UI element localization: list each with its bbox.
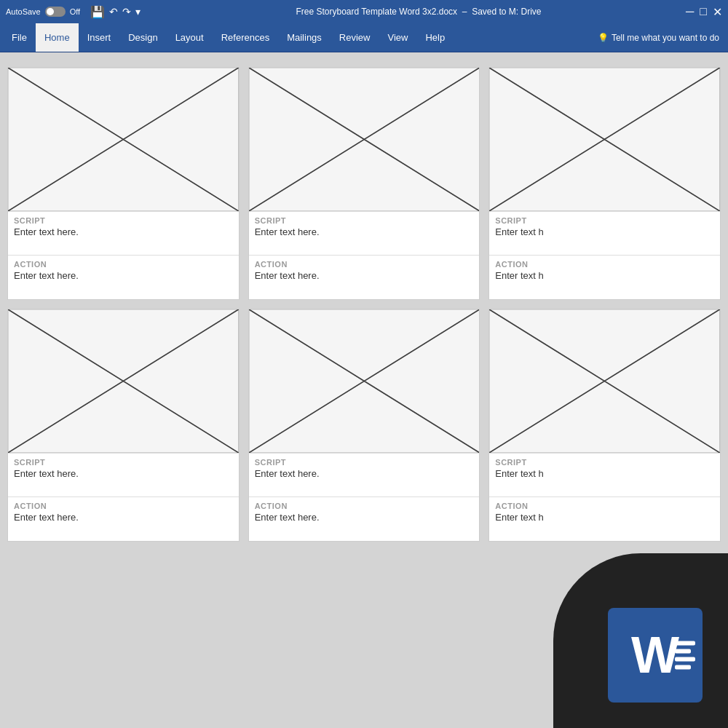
action-text-1-2[interactable]: Enter text here. — [255, 270, 474, 281]
storyboard-card-2-1: SCRIPT Enter text here. ACTION Enter tex… — [7, 309, 240, 542]
script-label-2-1: SCRIPT — [14, 458, 233, 467]
action-text-1-1[interactable]: Enter text here. — [14, 270, 233, 281]
storyboard-image-2-2 — [249, 309, 480, 454]
script-text-2-3[interactable]: Enter text h — [495, 468, 714, 479]
action-label-1-3: ACTION — [495, 260, 714, 269]
tab-review[interactable]: Review — [331, 23, 379, 52]
title-bar-left: AutoSave Off 💾 ↶ ↷ ▾ — [6, 5, 151, 19]
storyboard-card-1-3: SCRIPT Enter text h ACTION Enter text h — [488, 67, 721, 300]
tab-home[interactable]: Home — [36, 23, 79, 52]
tab-design[interactable]: Design — [119, 23, 166, 52]
ribbon: File Home Insert Design Layout Reference… — [0, 23, 728, 52]
tab-insert[interactable]: Insert — [79, 23, 120, 52]
script-text-1-2[interactable]: Enter text here. — [255, 226, 474, 237]
close-icon[interactable]: ✕ — [713, 5, 722, 19]
document-title: Free Storyboard Template Word 3x2.docx –… — [296, 7, 541, 17]
storyboard-card-2-3: SCRIPT Enter text h ACTION Enter text h — [488, 309, 721, 542]
word-line-4 — [675, 665, 691, 670]
word-lines-decoration — [675, 641, 695, 670]
action-section-1-2[interactable]: ACTION Enter text here. — [249, 256, 480, 299]
storyboard-card-2-2: SCRIPT Enter text here. ACTION Enter tex… — [248, 309, 480, 542]
script-label-2-3: SCRIPT — [495, 458, 714, 467]
word-logo: W — [608, 608, 703, 703]
script-text-1-1[interactable]: Enter text here. — [14, 226, 233, 237]
customize-icon[interactable]: ▾ — [135, 6, 141, 17]
storyboard-card-1-1: SCRIPT Enter text here. ACTION Enter tex… — [7, 67, 240, 300]
maximize-icon[interactable]: □ — [700, 5, 707, 18]
script-section-2-2[interactable]: SCRIPT Enter text here. — [249, 454, 480, 497]
save-icon[interactable]: 💾 — [90, 5, 105, 19]
storyboard-row-1: SCRIPT Enter text here. ACTION Enter tex… — [7, 67, 721, 300]
search-hint[interactable]: Tell me what you want to do — [612, 33, 719, 43]
tab-mailings[interactable]: Mailings — [278, 23, 331, 52]
word-logo-overlay: W — [553, 553, 728, 728]
tab-help[interactable]: Help — [416, 23, 454, 52]
storyboard-card-1-2: SCRIPT Enter text here. ACTION Enter tex… — [248, 67, 480, 300]
ribbon-search: 💡 Tell me what you want to do — [598, 33, 725, 43]
storyboard-row-2: SCRIPT Enter text here. ACTION Enter tex… — [7, 309, 721, 542]
storyboard-image-2-1 — [8, 309, 239, 454]
title-bar-center: Free Storyboard Template Word 3x2.docx –… — [151, 7, 686, 17]
action-section-2-3[interactable]: ACTION Enter text h — [489, 497, 720, 541]
script-section-2-1[interactable]: SCRIPT Enter text here. — [8, 454, 239, 497]
action-label-1-2: ACTION — [255, 260, 474, 269]
action-section-1-3[interactable]: ACTION Enter text h — [489, 256, 720, 299]
script-label-1-3: SCRIPT — [495, 216, 714, 225]
storyboard-image-1-1 — [8, 68, 239, 212]
word-line-2 — [675, 649, 691, 654]
tab-view[interactable]: View — [379, 23, 416, 52]
script-section-1-3[interactable]: SCRIPT Enter text h — [489, 212, 720, 256]
minimize-icon[interactable]: ─ — [686, 5, 694, 18]
storyboard-image-2-3 — [489, 309, 720, 454]
word-letter: W — [631, 630, 679, 681]
script-section-1-1[interactable]: SCRIPT Enter text here. — [8, 212, 239, 256]
script-text-2-2[interactable]: Enter text here. — [255, 468, 474, 479]
action-section-2-2[interactable]: ACTION Enter text here. — [249, 497, 480, 541]
word-line-1 — [675, 641, 695, 646]
storyboard-image-1-2 — [249, 68, 480, 212]
script-label-1-2: SCRIPT — [255, 216, 474, 225]
action-text-2-2[interactable]: Enter text here. — [255, 512, 474, 523]
autosave-state: Off — [70, 7, 80, 16]
script-section-2-3[interactable]: SCRIPT Enter text h — [489, 454, 720, 497]
lightbulb-icon: 💡 — [598, 33, 609, 43]
action-section-1-1[interactable]: ACTION Enter text here. — [8, 256, 239, 299]
action-text-2-3[interactable]: Enter text h — [495, 512, 714, 523]
action-label-1-1: ACTION — [14, 260, 233, 269]
tab-layout[interactable]: Layout — [167, 23, 213, 52]
script-label-1-1: SCRIPT — [14, 216, 233, 225]
action-text-2-1[interactable]: Enter text here. — [14, 512, 233, 523]
script-text-1-3[interactable]: Enter text h — [495, 226, 714, 237]
action-label-2-3: ACTION — [495, 502, 714, 510]
action-section-2-1[interactable]: ACTION Enter text here. — [8, 497, 239, 541]
redo-icon[interactable]: ↷ — [122, 6, 131, 17]
autosave-toggle[interactable] — [45, 7, 66, 17]
tab-references[interactable]: References — [213, 23, 278, 52]
window-controls: ─ □ ✕ — [686, 5, 722, 19]
script-section-1-2[interactable]: SCRIPT Enter text here. — [249, 212, 480, 256]
script-label-2-2: SCRIPT — [255, 458, 474, 467]
tab-file[interactable]: File — [3, 23, 36, 52]
storyboard-image-1-3 — [489, 68, 720, 212]
action-label-2-2: ACTION — [255, 502, 474, 510]
autosave-label: AutoSave — [6, 7, 41, 16]
word-line-3 — [675, 657, 695, 662]
undo-icon[interactable]: ↶ — [109, 6, 118, 17]
script-text-2-1[interactable]: Enter text here. — [14, 468, 233, 479]
action-text-1-3[interactable]: Enter text h — [495, 270, 714, 281]
action-label-2-1: ACTION — [14, 502, 233, 510]
title-bar: AutoSave Off 💾 ↶ ↷ ▾ Free Storyboard Tem… — [0, 0, 728, 23]
